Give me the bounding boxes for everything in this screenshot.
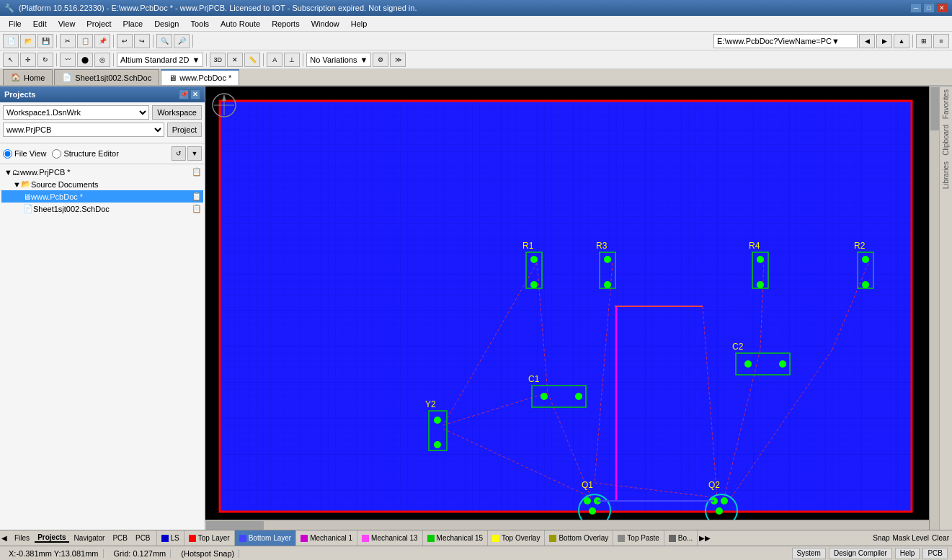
- layer-scroll-right[interactable]: ▶▶: [698, 534, 712, 542]
- minimize-button[interactable]: ─: [910, 3, 922, 13]
- view-mode-dropdown[interactable]: Altium Standard 2D ▼: [117, 53, 203, 67]
- layer-scroll-left[interactable]: ◀: [0, 534, 9, 542]
- panel-pin-button[interactable]: 📌: [179, 89, 189, 99]
- tb-cut[interactable]: ✂: [60, 34, 76, 48]
- layer-mech15[interactable]: Mechanical 15: [423, 530, 488, 546]
- tree-item-schdoc[interactable]: 📄 Sheet1sjt002.SchDoc 📋: [1, 203, 203, 215]
- menu-item-design[interactable]: Design: [148, 18, 184, 30]
- navigator-tab[interactable]: Navigator: [71, 534, 108, 542]
- hscroll-thumb[interactable]: [206, 521, 264, 530]
- layer-bo[interactable]: Bo...: [664, 530, 698, 546]
- tb-var-settings[interactable]: ⚙: [373, 53, 388, 67]
- favorites-label[interactable]: Favorites: [940, 86, 951, 122]
- canvas-vertical-scrollbar[interactable]: [929, 86, 939, 530]
- layer-top-overlay[interactable]: Top Overlay: [488, 530, 545, 546]
- menu-item-edit[interactable]: Edit: [27, 18, 53, 30]
- help-btn[interactable]: Help: [895, 548, 920, 559]
- libraries-label[interactable]: Libraries: [940, 159, 951, 192]
- svg-point-53: [434, 441, 441, 448]
- tb-zoom-out[interactable]: 🔎: [174, 34, 190, 48]
- menu-item-place[interactable]: Place: [117, 18, 149, 30]
- layer-bottom-overlay[interactable]: Bottom Overlay: [545, 530, 613, 546]
- tab-pcbdoc[interactable]: 🖥 www.PcbDoc *: [161, 69, 239, 85]
- tab-schdoc[interactable]: 📄 Sheet1sjt002.SchDoc: [54, 69, 159, 85]
- close-button[interactable]: ✕: [936, 3, 948, 13]
- tb-track[interactable]: 〰: [60, 53, 76, 67]
- layer-top-overlay-dot: [492, 535, 499, 542]
- menu-item-file[interactable]: File: [3, 18, 27, 30]
- tb-forward[interactable]: ▶: [876, 34, 892, 48]
- menu-item-project[interactable]: Project: [81, 18, 117, 30]
- tab-home[interactable]: 🏠 Home: [3, 69, 53, 85]
- canvas-horizontal-scrollbar[interactable]: [205, 520, 929, 530]
- file-view-radio[interactable]: File View: [3, 149, 46, 159]
- tb-zoom-in[interactable]: 🔍: [156, 34, 172, 48]
- tree-item-pcbdoc[interactable]: 🖥 www.PcbDoc * 📋: [1, 190, 203, 203]
- tb-back[interactable]: ◀: [859, 34, 875, 48]
- tb-grid[interactable]: ⊞: [916, 34, 932, 48]
- pcb-badge-icon: 📋: [192, 192, 202, 201]
- tb-up[interactable]: ▲: [894, 34, 909, 48]
- tb-new[interactable]: 📄: [3, 34, 19, 48]
- tb-open[interactable]: 📂: [20, 34, 36, 48]
- menu-item-view[interactable]: View: [53, 18, 81, 30]
- vscroll-thumb[interactable]: [930, 87, 939, 130]
- tb-more[interactable]: ≫: [390, 53, 406, 67]
- tb-3d[interactable]: 3D: [210, 53, 226, 67]
- tb-rotate[interactable]: ↻: [37, 53, 53, 67]
- compass: [211, 92, 237, 118]
- layer-mech13[interactable]: Mechanical 13: [357, 530, 422, 546]
- layer-top-paste[interactable]: Top Paste: [613, 530, 664, 546]
- maximize-button[interactable]: □: [923, 3, 935, 13]
- workspace-button[interactable]: Workspace: [152, 105, 202, 120]
- menu-item-window[interactable]: Window: [306, 18, 345, 30]
- system-btn[interactable]: System: [792, 548, 826, 559]
- pcb-status-btn[interactable]: PCB: [922, 548, 948, 559]
- tb-via[interactable]: ◎: [94, 53, 110, 67]
- svg-point-49: [779, 360, 786, 368]
- pcb2-tab[interactable]: PCB: [133, 534, 154, 542]
- projects-tab[interactable]: Projects: [35, 533, 68, 543]
- menu-item-tools[interactable]: Tools: [184, 18, 215, 30]
- tb-dim[interactable]: ⊥: [284, 53, 300, 67]
- project-button[interactable]: Project: [167, 123, 202, 137]
- tb-copy[interactable]: 📋: [77, 34, 93, 48]
- design-compiler-btn[interactable]: Design Compiler: [829, 548, 892, 559]
- layer-mech1-dot: [301, 535, 308, 542]
- workspace-select[interactable]: Workspace1.DsnWrk: [3, 105, 149, 120]
- clear-label[interactable]: Clear: [932, 534, 949, 542]
- files-tab[interactable]: Files: [12, 534, 32, 542]
- menu-item-reports[interactable]: Reports: [266, 18, 306, 30]
- layer-top[interactable]: Top Layer: [184, 530, 235, 546]
- tb-redo[interactable]: ↪: [134, 34, 150, 48]
- tb-pad[interactable]: ⬤: [77, 53, 93, 67]
- layer-bottom[interactable]: Bottom Layer: [235, 530, 296, 546]
- tb-measure[interactable]: 📏: [244, 53, 260, 67]
- menu-item-autoroute[interactable]: Auto Route: [215, 18, 266, 30]
- sch-file-label: Sheet1sjt002.SchDoc: [33, 205, 110, 213]
- tb-layers[interactable]: ≡: [933, 34, 949, 48]
- project-select[interactable]: www.PrjPCB: [3, 123, 164, 137]
- tb-sep10: [303, 53, 303, 66]
- tree-item-source-docs[interactable]: ▼ 📂 Source Documents: [1, 178, 203, 190]
- variations-dropdown[interactable]: No Variations ▼: [306, 53, 371, 67]
- structure-editor-radio[interactable]: Structure Editor: [52, 149, 118, 159]
- pcb-tab[interactable]: PCB: [110, 534, 130, 542]
- tb-select[interactable]: ↖: [3, 53, 19, 67]
- tb-text[interactable]: A: [267, 53, 283, 67]
- view-options-button[interactable]: ▼: [187, 146, 202, 161]
- tb-cross[interactable]: ✕: [227, 53, 243, 67]
- clipboard-label[interactable]: Clipboard: [940, 122, 951, 159]
- title-bar: 🔧 (Platform 10.516.22330) - E:\www.PcbDo…: [0, 0, 952, 16]
- pcb-canvas-area[interactable]: R1 R3 R4 R2 C1 C2: [205, 86, 939, 530]
- refresh-button[interactable]: ↺: [172, 146, 186, 161]
- tree-item-project[interactable]: ▼ 🗂 www.PrjPCB * 📋: [1, 166, 203, 178]
- tb-move[interactable]: ✛: [20, 53, 36, 67]
- layer-ls[interactable]: LS: [157, 530, 184, 546]
- tb-paste[interactable]: 📌: [94, 34, 110, 48]
- tb-undo[interactable]: ↩: [117, 34, 133, 48]
- panel-close-button[interactable]: ✕: [190, 89, 200, 99]
- layer-mech1[interactable]: Mechanical 1: [296, 530, 357, 546]
- menu-item-help[interactable]: Help: [345, 18, 373, 30]
- tb-save[interactable]: 💾: [37, 34, 53, 48]
